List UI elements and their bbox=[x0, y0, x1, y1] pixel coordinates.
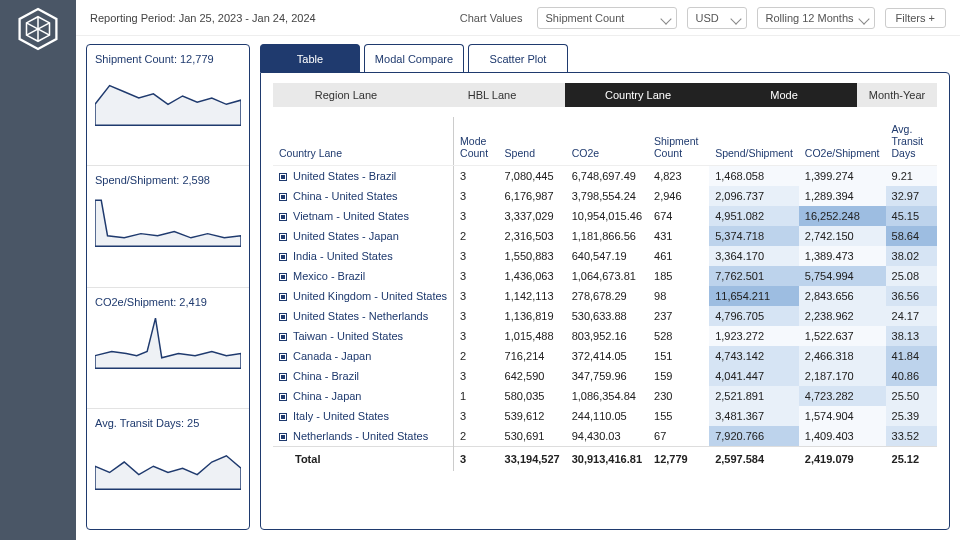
expand-icon[interactable] bbox=[279, 393, 287, 401]
expand-icon[interactable] bbox=[279, 293, 287, 301]
table-row[interactable]: China - Japan1580,0351,086,354.842302,52… bbox=[273, 386, 937, 406]
range-select[interactable]: Rolling 12 Months bbox=[757, 7, 875, 29]
col-header[interactable]: Shipment Count bbox=[648, 117, 709, 166]
cell-spend: 6,176,987 bbox=[499, 186, 566, 206]
table-row[interactable]: Taiwan - United States31,015,488803,952.… bbox=[273, 326, 937, 346]
data-table-wrap: Country LaneMode CountSpendCO2eShipment … bbox=[273, 117, 937, 519]
tab-scatter-plot[interactable]: Scatter Plot bbox=[468, 44, 568, 72]
cell-atd: 36.56 bbox=[886, 286, 937, 306]
total-sc: 12,779 bbox=[648, 447, 709, 472]
cell-lane: Italy - United States bbox=[273, 406, 454, 426]
kpi-card[interactable]: Avg. Transit Days: 25 bbox=[87, 409, 249, 529]
table-row[interactable]: Italy - United States3539,612244,110.051… bbox=[273, 406, 937, 426]
tab-modal-compare[interactable]: Modal Compare bbox=[364, 44, 464, 72]
cell-cps: 2,742.150 bbox=[799, 226, 886, 246]
table-row[interactable]: China - Brazil3642,590347,759.961594,041… bbox=[273, 366, 937, 386]
expand-icon[interactable] bbox=[279, 273, 287, 281]
cell-co2e: 1,086,354.84 bbox=[566, 386, 648, 406]
col-header[interactable]: Spend/Shipment bbox=[709, 117, 799, 166]
cell-sc: 98 bbox=[648, 286, 709, 306]
currency-select[interactable]: USD bbox=[687, 7, 747, 29]
col-header[interactable]: Spend bbox=[499, 117, 566, 166]
cell-co2e: 3,798,554.24 bbox=[566, 186, 648, 206]
cell-cps: 1,399.274 bbox=[799, 166, 886, 187]
chevron-down-icon bbox=[858, 13, 869, 24]
table-row[interactable]: United States - Brazil37,080,4456,748,69… bbox=[273, 166, 937, 187]
kpi-cards: Shipment Count: 12,779Spend/Shipment: 2,… bbox=[86, 44, 250, 530]
table-row[interactable]: Vietnam - United States33,337,02910,954,… bbox=[273, 206, 937, 226]
col-header[interactable]: Avg. Transit Days bbox=[886, 117, 937, 166]
expand-icon[interactable] bbox=[279, 173, 287, 181]
cell-spend: 642,590 bbox=[499, 366, 566, 386]
expand-icon[interactable] bbox=[279, 373, 287, 381]
cell-spend: 2,316,503 bbox=[499, 226, 566, 246]
expand-icon[interactable] bbox=[279, 193, 287, 201]
table-row[interactable]: United States - Netherlands31,136,819530… bbox=[273, 306, 937, 326]
cell-lane: Taiwan - United States bbox=[273, 326, 454, 346]
segment-month-year[interactable]: Month-Year bbox=[857, 83, 937, 107]
cell-lane: India - United States bbox=[273, 246, 454, 266]
cell-atd: 9.21 bbox=[886, 166, 937, 187]
expand-icon[interactable] bbox=[279, 413, 287, 421]
cell-sps: 4,951.082 bbox=[709, 206, 799, 226]
kpi-card[interactable]: Shipment Count: 12,779 bbox=[87, 45, 249, 166]
total-sps: 2,597.584 bbox=[709, 447, 799, 472]
cell-atd: 38.13 bbox=[886, 326, 937, 346]
segment-country-lane[interactable]: Country Lane bbox=[565, 83, 711, 107]
table-row[interactable]: Canada - Japan2716,214372,414.051514,743… bbox=[273, 346, 937, 366]
sparkline-icon bbox=[95, 429, 241, 493]
table-row[interactable]: United States - Japan22,316,5031,181,866… bbox=[273, 226, 937, 246]
col-header[interactable]: CO2e bbox=[566, 117, 648, 166]
expand-icon[interactable] bbox=[279, 353, 287, 361]
cell-mc: 2 bbox=[454, 346, 499, 366]
currency-value: USD bbox=[696, 12, 719, 24]
cell-spend: 1,136,819 bbox=[499, 306, 566, 326]
cell-sps: 5,374.718 bbox=[709, 226, 799, 246]
table-total-row: Total333,194,52730,913,416.8112,7792,597… bbox=[273, 447, 937, 472]
cell-atd: 24.17 bbox=[886, 306, 937, 326]
chart-values-select[interactable]: Shipment Count bbox=[537, 7, 677, 29]
cell-co2e: 640,547.19 bbox=[566, 246, 648, 266]
chevron-down-icon bbox=[730, 13, 741, 24]
cell-spend: 580,035 bbox=[499, 386, 566, 406]
col-header[interactable]: Country Lane bbox=[273, 117, 454, 166]
segment-mode[interactable]: Mode bbox=[711, 83, 857, 107]
expand-icon[interactable] bbox=[279, 253, 287, 261]
segment-hbl-lane[interactable]: HBL Lane bbox=[419, 83, 565, 107]
cell-atd: 25.50 bbox=[886, 386, 937, 406]
cell-atd: 32.97 bbox=[886, 186, 937, 206]
filters-button[interactable]: Filters + bbox=[885, 8, 946, 28]
table-row[interactable]: Mexico - Brazil31,436,0631,064,673.81185… bbox=[273, 266, 937, 286]
segment-bar: Region LaneHBL LaneCountry LaneModeMonth… bbox=[273, 83, 937, 107]
cell-co2e: 6,748,697.49 bbox=[566, 166, 648, 187]
cell-atd: 40.86 bbox=[886, 366, 937, 386]
col-header[interactable]: CO2e/Shipment bbox=[799, 117, 886, 166]
segment-region-lane[interactable]: Region Lane bbox=[273, 83, 419, 107]
cell-atd: 58.64 bbox=[886, 226, 937, 246]
cell-atd: 33.52 bbox=[886, 426, 937, 447]
expand-icon[interactable] bbox=[279, 333, 287, 341]
filters-label: Filters + bbox=[896, 12, 935, 24]
table-row[interactable]: Netherlands - United States2530,69194,43… bbox=[273, 426, 937, 447]
cell-sps: 4,796.705 bbox=[709, 306, 799, 326]
table-row[interactable]: India - United States31,550,883640,547.1… bbox=[273, 246, 937, 266]
expand-icon[interactable] bbox=[279, 433, 287, 441]
cell-mc: 2 bbox=[454, 426, 499, 447]
expand-icon[interactable] bbox=[279, 213, 287, 221]
table-row[interactable]: China - United States36,176,9873,798,554… bbox=[273, 186, 937, 206]
cell-lane: Vietnam - United States bbox=[273, 206, 454, 226]
table-row[interactable]: United Kingdom - United States31,142,113… bbox=[273, 286, 937, 306]
table-header-row: Country LaneMode CountSpendCO2eShipment … bbox=[273, 117, 937, 166]
tab-table[interactable]: Table bbox=[260, 44, 360, 72]
table-body: United States - Brazil37,080,4456,748,69… bbox=[273, 166, 937, 447]
expand-icon[interactable] bbox=[279, 313, 287, 321]
cell-mc: 3 bbox=[454, 266, 499, 286]
kpi-card[interactable]: Spend/Shipment: 2,598 bbox=[87, 166, 249, 287]
cell-co2e: 94,430.03 bbox=[566, 426, 648, 447]
cell-cps: 1,389.473 bbox=[799, 246, 886, 266]
col-header[interactable]: Mode Count bbox=[454, 117, 499, 166]
cell-co2e: 347,759.96 bbox=[566, 366, 648, 386]
kpi-card[interactable]: CO2e/Shipment: 2,419 bbox=[87, 288, 249, 409]
expand-icon[interactable] bbox=[279, 233, 287, 241]
content: Shipment Count: 12,779Spend/Shipment: 2,… bbox=[76, 36, 960, 540]
